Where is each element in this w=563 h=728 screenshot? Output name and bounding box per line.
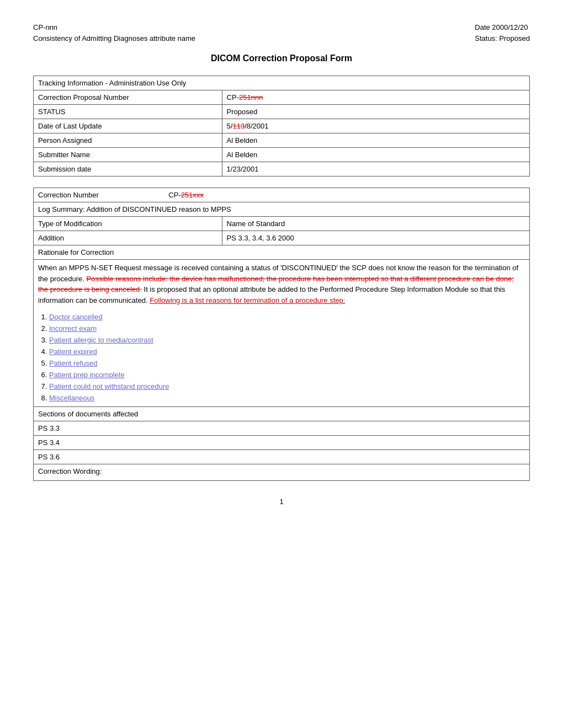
termination-reasons-list: Doctor cancelled Incorrect exam Patient …: [38, 311, 525, 404]
header-status: Status: Proposed: [475, 33, 530, 44]
modification-type-label: Type of Modification: [34, 217, 222, 231]
page-number: 1: [33, 497, 530, 506]
list-item-7-text[interactable]: Patient could not withstand procedure: [49, 382, 169, 390]
tracking-table: Tracking Information - Administration Us…: [33, 76, 530, 176]
tracking-value-2: 5/113/8/2001: [222, 119, 529, 133]
list-item-6: Patient prep incomplete: [49, 369, 525, 381]
correction-wording-label: Correction Wording:: [34, 464, 530, 481]
list-item-8-text[interactable]: Miscellaneous: [49, 394, 94, 402]
header-left: CP-nnn Consistency of Admitting Diagnose…: [33, 22, 195, 44]
rationale-underline: Following is a list reasons for terminat…: [150, 296, 345, 304]
tracking-label-3: Person Assigned: [34, 133, 222, 148]
tracking-label-1: STATUS: [34, 105, 222, 119]
tracking-section-header: Tracking Information - Administration Us…: [34, 76, 530, 90]
tracking-value-5: 1/23/2001: [222, 162, 529, 176]
correction-number-row: Correction Number CP-251xxx: [34, 188, 530, 202]
date-part2: /8/2001: [245, 122, 268, 130]
list-item-4: Patient expired: [49, 346, 525, 357]
list-item-2-text[interactable]: Incorrect exam: [49, 324, 97, 333]
tracking-value-4: Al Belden: [222, 148, 529, 162]
tracking-label-4: Submitter Name: [34, 148, 222, 162]
cp-strikethrough: 251nnn: [239, 93, 263, 101]
list-item-3: Patient allergic to media/contrast: [49, 334, 525, 346]
list-item-1-text[interactable]: Doctor cancelled: [49, 313, 103, 321]
tracking-value-1: Proposed: [222, 105, 529, 119]
tracking-label-5: Submission date: [34, 162, 222, 176]
list-item-8: Miscellaneous: [49, 392, 525, 404]
list-item-2: Incorrect exam: [49, 323, 525, 334]
sections-affected-label: Sections of documents affected: [34, 407, 530, 421]
sections-ps34: PS 3.4: [34, 436, 530, 450]
list-item-5: Patient refused: [49, 357, 525, 369]
list-item-3-text[interactable]: Patient allergic to media/contrast: [49, 336, 153, 344]
date-strikethrough: 113: [232, 122, 245, 130]
correction-table: Correction Number CP-251xxx Log Summary:…: [33, 188, 530, 481]
log-summary-row: Log Summary: Addition of DISCONTINUED re…: [34, 202, 530, 217]
date-part1: 5/: [227, 122, 233, 130]
correction-number-value: 251xxx: [181, 191, 204, 199]
correction-number-label: Correction Number: [38, 191, 99, 199]
header-cp-nnn: CP-nnn: [33, 22, 195, 33]
sections-ps36: PS 3.6: [34, 450, 530, 464]
list-item-1: Doctor cancelled: [49, 311, 525, 323]
standard-name-value: PS 3.3, 3.4, 3.6 2000: [222, 231, 529, 245]
rationale-content: When an MPPS N-SET Request message is re…: [34, 260, 530, 407]
list-item-7: Patient could not withstand procedure: [49, 381, 525, 392]
tracking-label-2: Date of Last Update: [34, 119, 222, 133]
tracking-label-0: Correction Proposal Number: [34, 90, 222, 105]
header: CP-nnn Consistency of Admitting Diagnose…: [33, 22, 530, 44]
sections-ps33: PS 3.3: [34, 421, 530, 436]
header-consistency: Consistency of Admitting Diagnoses attri…: [33, 33, 195, 44]
modification-type-value: Addition: [34, 231, 222, 245]
list-item-4-text[interactable]: Patient expired: [49, 347, 97, 356]
tracking-value-0: CP-251nnn: [222, 90, 529, 105]
standard-name-label: Name of Standard: [222, 217, 529, 231]
tracking-value-3: Al Belden: [222, 133, 529, 148]
header-right: Date 2000/12/20 Status: Proposed: [475, 22, 530, 44]
page-title: DICOM Correction Proposal Form: [33, 53, 530, 63]
list-item-5-text[interactable]: Patient refused: [49, 359, 97, 367]
rationale-paragraph: When an MPPS N-SET Request message is re…: [38, 263, 525, 306]
rationale-label: Rationale for Correction: [34, 245, 530, 260]
list-item-6-text[interactable]: Patient prep incomplete: [49, 371, 125, 379]
header-date: Date 2000/12/20: [475, 22, 530, 33]
